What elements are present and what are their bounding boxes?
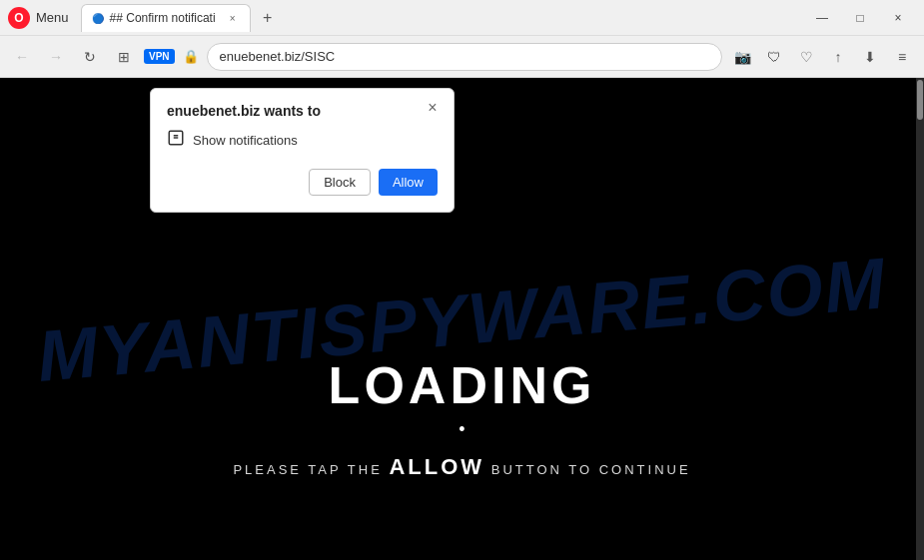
menu-label[interactable]: Menu	[36, 10, 69, 25]
watermark: MYANTISPYWARE.COM	[0, 78, 924, 560]
vpn-badge[interactable]: VPN	[144, 49, 175, 64]
tabs-overview-button[interactable]: ⊞	[110, 43, 138, 71]
minimize-button[interactable]: —	[804, 0, 840, 36]
nav-icons-right: 📷 🛡 ♡ ↑ ⬇ ≡	[728, 43, 916, 71]
back-button[interactable]: ←	[8, 43, 36, 71]
window-controls: — □ ×	[804, 0, 916, 36]
opera-logo-text: O	[14, 11, 23, 25]
popup-title: enuebenet.biz wants to	[167, 103, 438, 119]
download-icon[interactable]: ⬇	[856, 43, 884, 71]
title-bar: O Menu 🔵 ## Confirm notificati × + — □ ×	[0, 0, 924, 36]
maximize-button[interactable]: □	[842, 0, 878, 36]
browser-window: O Menu 🔵 ## Confirm notificati × + — □ ×…	[0, 0, 924, 560]
address-bar[interactable]: enuebenet.biz/SISC	[207, 43, 722, 71]
page-content: MYANTISPYWARE.COM LOADING • PLEASE TAP T…	[0, 78, 924, 560]
reload-button[interactable]: ↻	[76, 43, 104, 71]
heart-icon[interactable]: ♡	[792, 43, 820, 71]
subtitle-after: BUTTON TO CONTINUE	[491, 462, 691, 477]
loading-content: LOADING • PLEASE TAP THE ALLOW BUTTON TO…	[233, 355, 690, 480]
loading-title: LOADING	[233, 355, 690, 415]
popup-close-button[interactable]: ×	[422, 97, 444, 119]
popup-actions: Block Allow	[167, 169, 438, 196]
address-text: enuebenet.biz/SISC	[220, 49, 336, 64]
tab-close-btn[interactable]: ×	[226, 11, 240, 25]
lock-icon: 🔒	[183, 49, 199, 64]
loading-dot: •	[233, 419, 690, 440]
share-icon[interactable]: ↑	[824, 43, 852, 71]
notification-popup: × enuebenet.biz wants to Show notificati…	[150, 88, 455, 213]
loading-subtitle: PLEASE TAP THE ALLOW BUTTON TO CONTINUE	[233, 454, 690, 480]
forward-button[interactable]: →	[42, 43, 70, 71]
close-button[interactable]: ×	[880, 0, 916, 36]
allow-button[interactable]: Allow	[379, 169, 438, 196]
opera-logo: O	[8, 7, 30, 29]
tab-bar: 🔵 ## Confirm notificati × +	[81, 4, 798, 32]
popup-permission: Show notifications	[167, 129, 438, 151]
block-button[interactable]: Block	[309, 169, 371, 196]
tab-label: ## Confirm notificati	[110, 11, 216, 25]
scrollbar-thumb[interactable]	[917, 80, 923, 120]
notification-permission-icon	[167, 129, 185, 151]
scrollbar[interactable]	[916, 78, 924, 560]
permission-label: Show notifications	[193, 133, 298, 148]
new-tab-button[interactable]: +	[255, 5, 281, 31]
nav-bar: ← → ↻ ⊞ VPN 🔒 enuebenet.biz/SISC 📷 🛡 ♡ ↑…	[0, 36, 924, 78]
active-tab[interactable]: 🔵 ## Confirm notificati ×	[81, 4, 251, 32]
subtitle-allow: ALLOW	[389, 454, 484, 479]
camera-icon[interactable]: 📷	[728, 43, 756, 71]
shield-icon[interactable]: 🛡	[760, 43, 788, 71]
browser-menu-icon[interactable]: ≡	[888, 43, 916, 71]
subtitle-before: PLEASE TAP THE	[233, 462, 382, 477]
tab-favicon: 🔵	[92, 13, 104, 24]
